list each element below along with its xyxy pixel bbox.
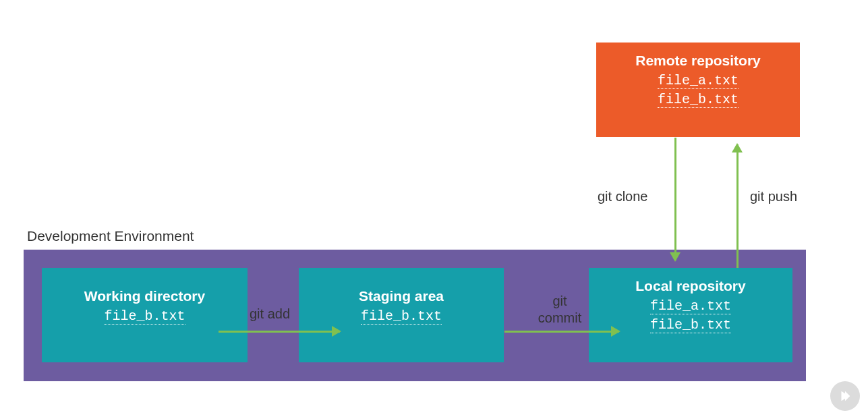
arrow-git-push	[736, 144, 739, 268]
play-button[interactable]	[830, 381, 860, 411]
staging-file-0: file_b.txt	[361, 308, 442, 325]
working-dir-title: Working directory	[42, 288, 248, 304]
label-git-commit-l2: commit	[533, 310, 587, 327]
working-directory-box: Working directory file_b.txt	[42, 268, 248, 362]
play-icon	[838, 389, 852, 403]
label-git-commit: git commit	[533, 293, 587, 327]
staging-area-title: Staging area	[299, 288, 504, 304]
local-file-1: file_b.txt	[650, 317, 731, 333]
label-git-push: git push	[750, 189, 797, 204]
working-file-0: file_b.txt	[104, 308, 185, 325]
remote-repo-title: Remote repository	[596, 53, 800, 69]
arrow-git-clone	[674, 138, 676, 260]
remote-file-0: file_a.txt	[658, 73, 739, 89]
dev-env-label: Development Environment	[27, 228, 194, 244]
remote-file-1: file_b.txt	[658, 92, 739, 108]
label-git-add: git add	[250, 306, 290, 322]
remote-repository-box: Remote repository file_a.txt file_b.txt	[596, 43, 800, 137]
label-git-commit-l1: git	[533, 293, 587, 310]
staging-area-box: Staging area file_b.txt	[299, 268, 504, 362]
label-git-clone: git clone	[598, 189, 648, 204]
arrow-git-add	[219, 331, 340, 333]
local-repository-box: Local repository file_a.txt file_b.txt	[589, 268, 792, 362]
local-repo-title: Local repository	[589, 278, 792, 294]
local-file-0: file_a.txt	[650, 298, 731, 314]
arrow-git-commit	[504, 331, 619, 333]
